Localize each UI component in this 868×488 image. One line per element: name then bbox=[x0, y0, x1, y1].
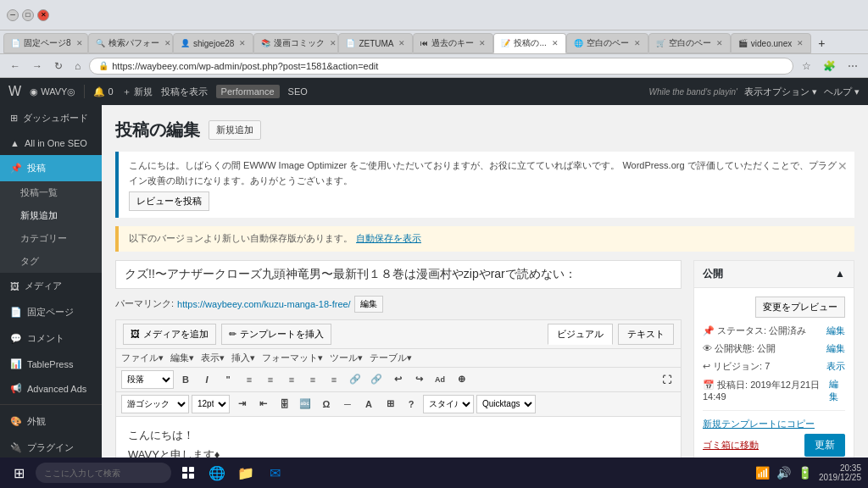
minimize-btn[interactable]: ─ bbox=[7, 9, 19, 21]
taskbar-task-view[interactable] bbox=[176, 461, 200, 485]
redo-button[interactable]: ↪ bbox=[409, 370, 428, 389]
tab-close-icon[interactable]: ✕ bbox=[797, 39, 804, 47]
close-btn[interactable]: ✕ bbox=[37, 9, 49, 21]
sidebar-item-tags[interactable]: タグ bbox=[0, 250, 102, 273]
publish-widget-header[interactable]: 公開 ▲ bbox=[694, 261, 854, 288]
tab-zetuma[interactable]: 📄 ZETUMA ✕ bbox=[338, 33, 413, 53]
align-center-button[interactable]: ≡ bbox=[303, 370, 322, 389]
text-tab[interactable]: テキスト bbox=[618, 324, 674, 345]
ad-button[interactable]: Ad bbox=[431, 370, 449, 389]
forward-button[interactable]: → bbox=[29, 58, 46, 74]
notice-close-icon[interactable]: ✕ bbox=[837, 157, 848, 175]
visibility-edit-link[interactable]: 編集 bbox=[826, 342, 845, 355]
seo-btn[interactable]: SEO bbox=[288, 86, 308, 97]
tab-close-icon[interactable]: ✕ bbox=[330, 39, 337, 47]
sidebar-item-posts-new[interactable]: 新規追加 bbox=[0, 204, 102, 227]
revision-link[interactable]: 表示 bbox=[826, 360, 845, 373]
list-ul-button[interactable]: ≡ bbox=[261, 370, 280, 389]
taskbar-mail-icon[interactable]: ✉ bbox=[263, 461, 287, 485]
unlink-button[interactable]: 🔗 bbox=[367, 370, 386, 389]
home-button[interactable]: ⌂ bbox=[71, 58, 84, 74]
tab-close-icon[interactable]: ✕ bbox=[76, 39, 83, 47]
taskbar-edge-icon[interactable]: 🌐 bbox=[205, 461, 229, 485]
sidebar-item-comments[interactable]: 💬 コメント bbox=[0, 325, 102, 352]
tab-close-icon[interactable]: ✕ bbox=[716, 39, 723, 47]
display-options-btn[interactable]: 表示オプション ▾ bbox=[744, 86, 817, 98]
tab-post-edit[interactable]: 📝 投稿の... ✕ bbox=[493, 33, 565, 53]
extensions-button[interactable]: 🧩 bbox=[820, 58, 839, 74]
back-button[interactable]: ← bbox=[7, 58, 24, 74]
menu-button[interactable]: ⋯ bbox=[844, 58, 861, 74]
table-menu[interactable]: テーブル▾ bbox=[370, 352, 412, 364]
tab-close-icon[interactable]: ✕ bbox=[164, 39, 171, 47]
edit-slug-button[interactable]: 編集 bbox=[354, 296, 383, 313]
bold-button[interactable]: B bbox=[176, 370, 195, 389]
sidebar-item-posts[interactable]: 📌 投稿 bbox=[0, 155, 102, 181]
file-menu[interactable]: ファイル▾ bbox=[121, 352, 164, 364]
tab-manga-comic[interactable]: 📚 漫画コミック ✕ bbox=[253, 33, 338, 53]
sidebar-item-tablepress[interactable]: 📊 TablePress bbox=[0, 352, 102, 376]
format-menu[interactable]: フォーマット▾ bbox=[262, 352, 323, 364]
tab-blank-2[interactable]: 🛒 空白のペー ✕ bbox=[648, 33, 731, 53]
trash-link[interactable]: ゴミ箱に移動 bbox=[703, 439, 759, 452]
sidebar-item-categories[interactable]: カテゴリー bbox=[0, 227, 102, 250]
tab-blank-1[interactable]: 🌐 空白のペー ✕ bbox=[566, 33, 648, 53]
visual-tab[interactable]: ビジュアル bbox=[548, 324, 613, 345]
permalink-url[interactable]: https://waybeey.com/kuzu-manga-18-free/ bbox=[177, 299, 351, 309]
embed-button[interactable]: ⊕ bbox=[452, 370, 470, 389]
tab-video[interactable]: 🎬 video.unex ✕ bbox=[731, 33, 811, 53]
template-insert-button[interactable]: ✏ テンプレートを挿入 bbox=[221, 324, 331, 345]
notification-badge[interactable]: 🔔 0 bbox=[93, 86, 113, 97]
status-edit-link[interactable]: 編集 bbox=[826, 324, 845, 337]
review-button[interactable]: レビューを投稿 bbox=[129, 191, 209, 211]
add-media-button[interactable]: 🖼 メディアを追加 bbox=[123, 324, 216, 345]
tab-close-icon[interactable]: ✕ bbox=[239, 39, 246, 47]
align-left-button[interactable]: ≡ bbox=[282, 370, 301, 389]
taskbar-explorer-icon[interactable]: 📁 bbox=[234, 461, 258, 485]
sidebar-item-allinone-seo[interactable]: ▲ All in One SEO bbox=[0, 131, 102, 155]
tab-new[interactable]: + bbox=[811, 33, 832, 53]
maximize-btn[interactable]: □ bbox=[22, 9, 34, 21]
url-input[interactable]: 🔒 https://waybeey.com/wp-admin/post.php?… bbox=[89, 58, 793, 75]
hr-button[interactable]: ─ bbox=[338, 395, 357, 413]
outdent-button[interactable]: ⇤ bbox=[253, 395, 272, 413]
add-new-button[interactable]: 新規追加 bbox=[209, 120, 261, 140]
insert-menu[interactable]: 挿入▾ bbox=[231, 352, 255, 364]
charmap-button[interactable]: 🔤 bbox=[296, 395, 314, 413]
tab-fixed-page[interactable]: 📄 固定ページ8 ✕ bbox=[3, 33, 88, 53]
font-color-button[interactable]: A bbox=[359, 395, 378, 413]
blockformat-button[interactable]: 🗄 bbox=[275, 395, 293, 413]
site-name[interactable]: ◉ WAVY◎ bbox=[30, 86, 75, 97]
special-char-button[interactable]: Ω bbox=[317, 395, 336, 413]
tab-close-icon[interactable]: ✕ bbox=[634, 39, 641, 47]
taskbar-search-input[interactable] bbox=[36, 463, 171, 483]
tab-close-icon[interactable]: ✕ bbox=[479, 39, 486, 47]
tab-close-icon[interactable]: ✕ bbox=[552, 39, 559, 47]
edit-menu[interactable]: 編集▾ bbox=[170, 352, 194, 364]
performance-btn[interactable]: Performance bbox=[216, 85, 280, 98]
italic-button[interactable]: I bbox=[198, 370, 216, 389]
preview-button[interactable]: 変更をプレビュー bbox=[755, 297, 845, 318]
system-clock[interactable]: 20:35 2019/12/25 bbox=[819, 463, 861, 482]
tools-menu[interactable]: ツール▾ bbox=[330, 352, 363, 364]
size-select[interactable]: 12pt bbox=[192, 395, 230, 413]
view-post-btn[interactable]: 投稿を表示 bbox=[161, 86, 208, 98]
paragraph-select[interactable]: 段落 見出し1 見出し2 bbox=[121, 370, 174, 389]
list-ol-button[interactable]: ≡ bbox=[240, 370, 259, 389]
sidebar-item-appearance[interactable]: 🎨 外観 bbox=[0, 408, 102, 435]
undo-button[interactable]: ↩ bbox=[388, 370, 407, 389]
wifi-icon[interactable]: 📶 bbox=[755, 466, 770, 480]
style-select[interactable]: スタイル▾ bbox=[423, 395, 474, 413]
sidebar-item-advanced-ads[interactable]: 📢 Advanced Ads bbox=[0, 376, 102, 401]
font-select[interactable]: 游ゴシック bbox=[121, 395, 189, 413]
autosave-link[interactable]: 自動保存を表示 bbox=[356, 231, 421, 247]
wp-logo[interactable]: W bbox=[8, 84, 21, 99]
link-button[interactable]: 🔗 bbox=[346, 370, 364, 389]
sidebar-item-fixed-page[interactable]: 📄 固定ページ bbox=[0, 299, 102, 325]
post-title-input[interactable] bbox=[115, 260, 682, 289]
tab-close-icon[interactable]: ✕ bbox=[398, 39, 405, 47]
sidebar-item-media[interactable]: 🖼 メディア bbox=[0, 273, 102, 299]
speaker-icon[interactable]: 🔊 bbox=[776, 466, 791, 480]
tab-search-perf[interactable]: 🔍 検索パフォー ✕ bbox=[88, 33, 173, 53]
new-post-btn[interactable]: ＋ 新規 bbox=[122, 86, 153, 98]
